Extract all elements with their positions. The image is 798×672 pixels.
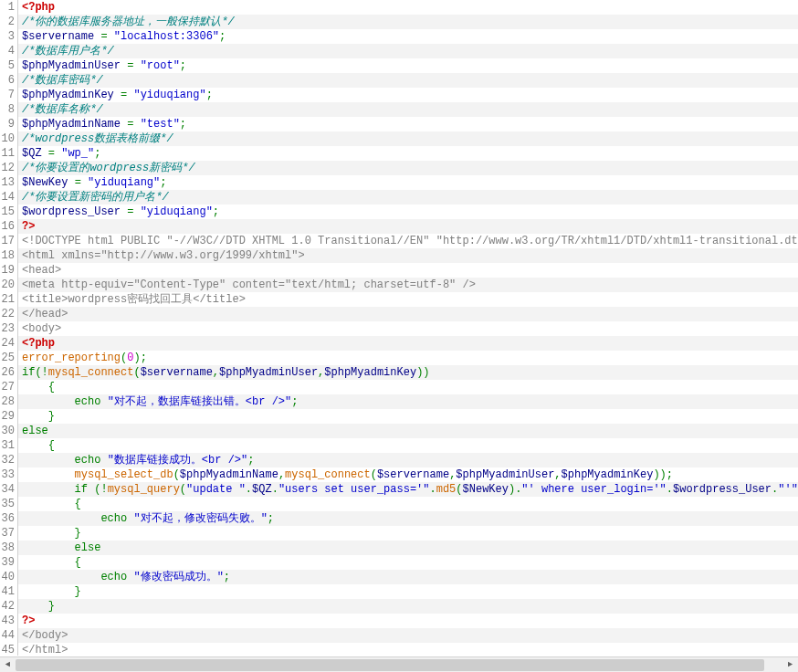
token: ,	[554, 468, 561, 481]
code-line[interactable]: </body>	[18, 628, 798, 643]
code-line[interactable]: /*wordpress数据表格前缀*/	[18, 131, 798, 146]
code-line[interactable]: /*数据库密码*/	[18, 73, 798, 88]
token: $wordpress_User	[673, 483, 772, 496]
code-line[interactable]: /*数据库名称*/	[18, 102, 798, 117]
token: </html>	[22, 644, 68, 656]
token: {	[75, 556, 81, 569]
code-line[interactable]: $servername = "localhost:3306";	[18, 29, 798, 44]
token: ));	[653, 468, 673, 481]
code-line[interactable]: {	[18, 497, 798, 511]
code-line[interactable]: {	[18, 438, 798, 453]
line-number: 4	[0, 44, 15, 58]
token: ;	[94, 147, 100, 160]
token: "'"	[778, 483, 798, 496]
token: "yiduqiang"	[88, 176, 160, 189]
scroll-left-button[interactable]: ◄	[0, 657, 16, 673]
code-line[interactable]: }	[18, 409, 798, 424]
token: if	[22, 366, 35, 379]
token	[100, 395, 107, 408]
code-line[interactable]: ?>	[18, 219, 798, 234]
token: ?>	[22, 614, 35, 627]
scroll-thumb[interactable]	[16, 659, 764, 671]
code-line[interactable]: echo "对不起，数据库链接出错。<br />";	[18, 394, 798, 409]
line-number: 14	[0, 190, 15, 205]
code-line[interactable]: /*数据库用户名*/	[18, 44, 798, 58]
code-line[interactable]: mysql_select_db($phpMyadminName,mysql_co…	[18, 467, 798, 482]
code-line[interactable]: <title>wordpress密码找回工具</title>	[18, 292, 798, 307]
code-line[interactable]: <meta http-equiv="Content-Type" content=…	[18, 278, 798, 292]
code-line[interactable]: <?php	[18, 0, 798, 15]
token: {	[75, 498, 81, 510]
token: .	[667, 483, 673, 496]
code-line[interactable]: else	[18, 424, 798, 438]
code-line[interactable]: ?>	[18, 614, 798, 628]
token: <head>	[22, 264, 61, 277]
code-line[interactable]: /*你要设置新密码的用户名*/	[18, 190, 798, 205]
code-line[interactable]: $phpMyadminName = "test";	[18, 117, 798, 131]
scroll-right-button[interactable]: ►	[782, 657, 798, 673]
code-line[interactable]: if (!mysql_query("update ".$QZ."users se…	[18, 482, 798, 497]
code-line[interactable]: }	[18, 599, 798, 614]
token: <html xmlns="http://www.w3.org/1999/xhtm…	[22, 249, 305, 262]
token: if	[75, 483, 88, 496]
code-line[interactable]: $NewKey = "yiduqiang";	[18, 175, 798, 190]
token: ?>	[22, 220, 35, 233]
line-number: 8	[0, 102, 15, 117]
token: ;	[160, 176, 166, 189]
token: error_reporting	[22, 352, 121, 364]
code-line[interactable]: </head>	[18, 307, 798, 321]
line-number: 45	[0, 643, 15, 656]
line-number: 27	[0, 380, 15, 394]
line-number: 31	[0, 438, 15, 453]
token: $phpMyadminUser	[219, 366, 318, 379]
line-number: 28	[0, 394, 15, 409]
code-line[interactable]: echo "修改密码成功。";	[18, 570, 798, 584]
code-line[interactable]: <body>	[18, 321, 798, 336]
code-line[interactable]: }	[18, 584, 798, 599]
token: $servername	[141, 366, 213, 379]
code-line[interactable]: {	[18, 555, 798, 570]
code-line[interactable]: <head>	[18, 263, 798, 278]
code-area[interactable]: <?php/*你的数据库服务器地址，一般保持默认*/$servername = …	[18, 0, 798, 656]
code-line[interactable]: error_reporting(0);	[18, 351, 798, 365]
line-number: 3	[0, 29, 15, 44]
scroll-track[interactable]	[16, 657, 782, 673]
token: }	[75, 585, 81, 598]
line-number: 37	[0, 526, 15, 541]
token: md5	[436, 483, 457, 496]
code-line[interactable]: $phpMyadminKey = "yiduqiang";	[18, 88, 798, 102]
token: "修改密码成功。"	[133, 571, 223, 583]
code-line[interactable]: /*你要设置的wordpress新密码*/	[18, 161, 798, 175]
token: /*数据库名称*/	[22, 103, 103, 116]
line-number: 12	[0, 161, 15, 175]
code-line[interactable]: echo "对不起，修改密码失败。";	[18, 511, 798, 526]
line-number: 9	[0, 117, 15, 131]
line-number: 6	[0, 73, 15, 88]
line-number: 24	[0, 336, 15, 351]
token: $phpMyadminUser	[456, 468, 554, 481]
line-number: 11	[0, 146, 15, 161]
token: /*你的数据库服务器地址，一般保持默认*/	[22, 16, 235, 28]
token: }	[48, 600, 55, 613]
token: (!	[94, 483, 107, 496]
code-line[interactable]: else	[18, 541, 798, 555]
code-line[interactable]: </html>	[18, 643, 798, 656]
code-line[interactable]: <html xmlns="http://www.w3.org/1999/xhtm…	[18, 248, 798, 263]
line-number: 2	[0, 15, 15, 29]
token: ;	[219, 30, 226, 43]
code-line[interactable]: echo "数据库链接成功。<br />";	[18, 453, 798, 467]
code-line[interactable]: <?php	[18, 336, 798, 351]
code-line[interactable]: $wordpress_User = "yiduqiang";	[18, 205, 798, 219]
token: (	[456, 483, 462, 496]
code-line[interactable]: /*你的数据库服务器地址，一般保持默认*/	[18, 15, 798, 29]
token: $wordpress_User	[22, 205, 121, 218]
token: $phpMyadminName	[22, 118, 121, 131]
code-line[interactable]: {	[18, 380, 798, 394]
code-line[interactable]: if(!mysql_connect($servername,$phpMyadmi…	[18, 365, 798, 380]
code-line[interactable]: $QZ = "wp_";	[18, 146, 798, 161]
code-line[interactable]: $phpMyadminUser = "root";	[18, 58, 798, 73]
token	[133, 205, 140, 218]
code-line[interactable]: }	[18, 526, 798, 541]
code-line[interactable]: <!DOCTYPE html PUBLIC "-//W3C//DTD XHTML…	[18, 234, 798, 248]
horizontal-scrollbar[interactable]: ◄ ►	[0, 656, 798, 672]
